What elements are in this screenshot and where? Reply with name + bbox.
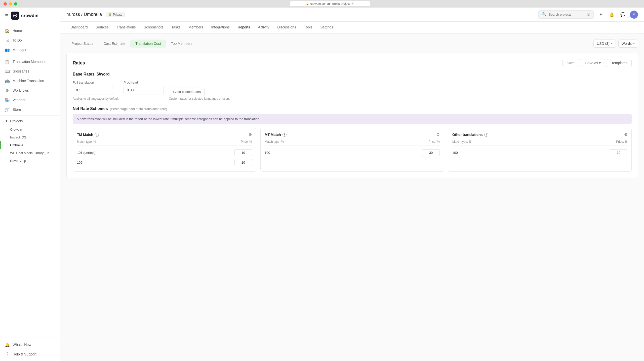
- store-icon: 🛒: [5, 107, 10, 112]
- sidebar: ☰ crowdin 🏠 Home ☑ To Do 👥 Managers: [0, 8, 60, 361]
- add-button[interactable]: ＋: [597, 11, 605, 19]
- project-wp-real-media[interactable]: WP Real Media Library (un…: [0, 149, 60, 157]
- user-avatar[interactable]: M: [630, 11, 638, 19]
- logo[interactable]: crowdin: [11, 12, 38, 20]
- full-translation-label: Full translation: [73, 81, 118, 84]
- sidebar-item-machine-translation[interactable]: 🤖 Machine Translation: [0, 76, 60, 86]
- mt-match-header: MT Match ℹ ⚙: [265, 132, 440, 137]
- hamburger-menu[interactable]: ☰: [5, 13, 9, 18]
- minimize-btn[interactable]: [9, 2, 12, 6]
- mt-match-row-1-input[interactable]: [422, 149, 440, 156]
- sidebar-item-translation-memories-label: Translation Memories: [13, 60, 46, 64]
- tm-match-label: TM Match: [77, 133, 93, 137]
- tab-sources[interactable]: Sources: [92, 22, 113, 33]
- todo-icon: ☑: [5, 38, 10, 43]
- proofread-label: Proofread: [124, 81, 164, 84]
- project-raven-app[interactable]: Raven App: [0, 157, 60, 165]
- tab-screenshots[interactable]: Screenshots: [140, 22, 168, 33]
- full-translation-input[interactable]: [73, 86, 113, 94]
- star-icon[interactable]: ★: [351, 2, 354, 6]
- rates-card: Rates Save Save as ▾ Templates Base Rate…: [66, 53, 638, 178]
- sidebar-item-store-label: Store: [13, 107, 21, 112]
- unit-value: Words: [622, 42, 632, 46]
- save-button[interactable]: Save: [562, 59, 579, 67]
- mt-match-card: MT Match ℹ ⚙ Match type, % Price, % 100: [260, 128, 444, 172]
- project-crowdin[interactable]: Crowdin: [0, 126, 60, 133]
- search-bar[interactable]: 🔍 /: [538, 10, 594, 19]
- tab-settings[interactable]: Settings: [316, 22, 337, 33]
- custom-note: Custom rates for selected languages or u…: [169, 97, 230, 100]
- tab-integrations[interactable]: Integrations: [207, 22, 234, 33]
- sub-tab-cost-estimate[interactable]: Cost Estimate: [98, 40, 130, 48]
- sidebar-item-glossaries[interactable]: 📖 Glossaries: [0, 66, 60, 76]
- sidebar-item-vendors[interactable]: 🏪 Vendors: [0, 95, 60, 105]
- tab-dashboard[interactable]: Dashboard: [66, 22, 92, 33]
- projects-toggle[interactable]: ▼ Projects: [0, 117, 60, 126]
- chat-icon[interactable]: 💬: [619, 11, 627, 19]
- proofread-input[interactable]: [124, 86, 164, 94]
- currency-select[interactable]: USD ($) ▾: [593, 40, 616, 48]
- sidebar-item-home[interactable]: 🏠 Home: [0, 26, 60, 35]
- currency-value: USD ($): [597, 42, 610, 46]
- tab-members[interactable]: Members: [184, 22, 207, 33]
- tm-match-row-2-input[interactable]: [234, 159, 252, 166]
- close-btn[interactable]: [4, 2, 7, 6]
- other-translations-title: Other translations ℹ: [452, 133, 488, 137]
- managers-icon: 👥: [5, 48, 10, 52]
- top-bar: m.ross / Umbrella 🔒 Private 🔍 / ＋ 🔔 💬 M: [60, 8, 644, 22]
- net-rate-header: Net Rate Schemes (Percentage paid of ful…: [73, 106, 632, 111]
- tm-match-gear-icon[interactable]: ⚙: [249, 132, 252, 137]
- project-title: m.ross / Umbrella: [66, 12, 102, 17]
- private-badge: 🔒 Private: [106, 12, 125, 17]
- tab-tools[interactable]: Tools: [300, 22, 316, 33]
- address-bar[interactable]: 🔒 crowdin.com/umbrella-project ★: [290, 1, 370, 6]
- sidebar-item-store[interactable]: 🛒 Store: [0, 105, 60, 114]
- sub-tab-project-status[interactable]: Project Status: [66, 40, 98, 48]
- vendors-icon: 🏪: [5, 98, 10, 102]
- tm-match-info-icon[interactable]: ℹ: [95, 133, 99, 137]
- notifications-icon[interactable]: 🔔: [608, 11, 616, 19]
- sidebar-item-help-support[interactable]: ? Help & Support: [0, 349, 60, 359]
- tab-discussions[interactable]: Discussions: [273, 22, 300, 33]
- unit-select[interactable]: Words ▾: [618, 40, 638, 48]
- page-content: Project Status Cost Estimate Translation…: [60, 33, 644, 361]
- templates-button[interactable]: Templates: [607, 59, 632, 67]
- project-umbrella[interactable]: Umbrella: [0, 141, 60, 149]
- tm-match-row-1-input[interactable]: [234, 149, 252, 156]
- sidebar-item-whats-new[interactable]: 🔔 What's New: [0, 340, 60, 349]
- other-translations-card: Other translations ℹ ⚙ Match type, % Pri…: [448, 128, 632, 172]
- sub-tab-translation-cost[interactable]: Translation Cost: [130, 40, 166, 48]
- mt-match-col2: Price, %: [428, 140, 440, 143]
- tab-activity[interactable]: Activity: [254, 22, 273, 33]
- sidebar-item-whats-new-label: What's New: [13, 343, 31, 347]
- tab-translations[interactable]: Translations: [113, 22, 140, 33]
- rates-row: Full translation Applies to all language…: [73, 81, 632, 100]
- sub-tab-top-members[interactable]: Top Members: [166, 40, 197, 48]
- other-translations-header: Other translations ℹ ⚙: [452, 132, 627, 137]
- sidebar-item-workflows[interactable]: ⚙ Workflows: [0, 86, 60, 95]
- other-translations-label: Other translations: [452, 133, 483, 137]
- tab-reports[interactable]: Reports: [234, 22, 254, 33]
- tm-match-col2: Price, %: [241, 140, 252, 143]
- sidebar-item-translation-memories[interactable]: 📋 Translation Memories: [0, 57, 60, 66]
- other-translations-row-1-input[interactable]: [610, 149, 627, 156]
- logo-icon: [11, 12, 19, 20]
- save-as-button[interactable]: Save as ▾: [581, 59, 605, 67]
- sidebar-bottom: 🔔 What's New ? Help & Support: [0, 338, 60, 361]
- other-translations-info-icon[interactable]: ℹ: [484, 133, 488, 137]
- mt-match-gear-icon[interactable]: ⚙: [436, 132, 440, 137]
- whats-new-icon: 🔔: [5, 342, 10, 347]
- mt-match-info-icon[interactable]: ℹ: [283, 133, 287, 137]
- lock-icon: 🔒: [306, 3, 309, 5]
- sidebar-item-todo[interactable]: ☑ To Do: [0, 35, 60, 45]
- search-input[interactable]: [549, 13, 585, 16]
- tab-tasks[interactable]: Tasks: [167, 22, 184, 33]
- other-translations-gear-icon[interactable]: ⚙: [624, 132, 627, 137]
- maximize-btn[interactable]: [14, 2, 17, 6]
- main-content: m.ross / Umbrella 🔒 Private 🔍 / ＋ 🔔 💬 M …: [60, 8, 644, 361]
- tm-match-row-1-label: 101 (perfect): [77, 151, 96, 155]
- add-custom-rates-button[interactable]: + Add custom rates: [169, 88, 205, 96]
- project-impact-ios[interactable]: Impact iOS: [0, 133, 60, 141]
- tm-match-row-2-label: 100: [77, 161, 83, 164]
- sidebar-item-managers[interactable]: 👥 Managers: [0, 45, 60, 55]
